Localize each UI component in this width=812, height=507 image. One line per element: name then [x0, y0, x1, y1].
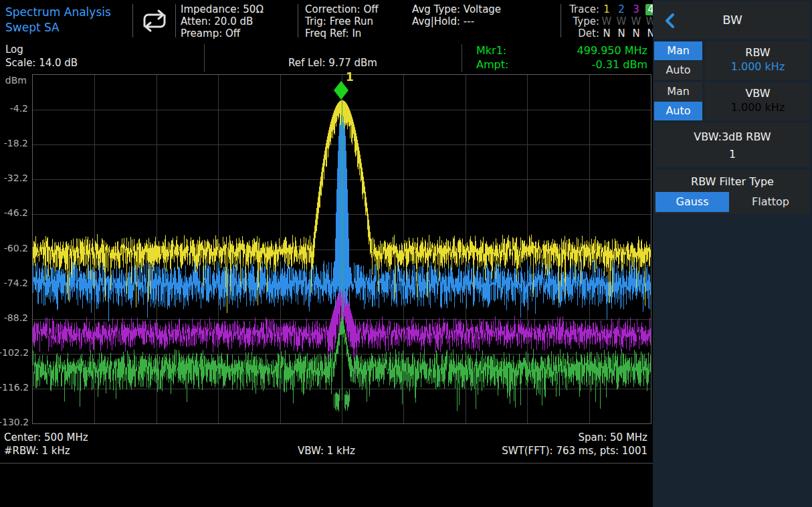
- trace3-number[interactable]: 3: [629, 3, 643, 15]
- vbw-auto-button[interactable]: Auto: [654, 102, 702, 120]
- scale-readout: Scale: 14.0 dB: [5, 57, 78, 69]
- y-axis-tick-label: -18.2: [0, 138, 28, 148]
- panel-header[interactable]: BW: [654, 1, 811, 39]
- center-freq-readout: Center: 500 MHz: [4, 431, 88, 443]
- marker1-ampt-value: -0.31 dBm: [592, 58, 647, 71]
- trace-status-table[interactable]: Trace: 1 2 3 4 Type: W W W W Det: N N: [565, 3, 658, 39]
- impedance-readout: Impedance: 50Ω: [181, 3, 264, 15]
- trace1-type: W: [599, 15, 614, 27]
- app-title: Spectrum Analysis Swept SA: [5, 5, 111, 35]
- trig-readout: Trig: Free Run: [305, 15, 379, 27]
- scale-row: Log Scale: 14.0 dB Ref Lel: 9.77 dBm Mkr…: [0, 41, 653, 74]
- annotation-row-2: #RBW: 1 kHz VBW: 1 kHz SWT(FFT): 763 ms,…: [0, 445, 653, 458]
- y-axis-tick-label: -4.2: [0, 103, 28, 114]
- rbw-value: 1.000 kHz: [705, 60, 811, 73]
- trigger-settings-group: Correction: Off Trig: Free Run Freq Ref:…: [305, 3, 379, 39]
- y-axis-tick-label: -102.2: [0, 347, 28, 358]
- ratio-value: 1: [654, 148, 811, 161]
- trace-row-label: Trace:: [565, 3, 599, 15]
- bottom-toolbar: ⚙ ? M: [0, 464, 653, 507]
- vbw-value: 1.000 kHz: [705, 101, 811, 114]
- rbw-value-cell[interactable]: RBW 1.000 kHz: [705, 41, 811, 80]
- toolbar-divider-line: [0, 463, 653, 464]
- header-divider: [132, 4, 133, 37]
- swt-readout: SWT(FFT): 763 ms, pts: 1001: [502, 445, 647, 457]
- y-axis-tick-label: -74.2: [0, 278, 28, 288]
- average-settings-group: Avg Type: Voltage Avg|Hold: ---: [412, 3, 501, 27]
- filter-type-label: RBW Filter Type: [654, 175, 811, 188]
- marker1-diamond-icon[interactable]: [334, 81, 348, 100]
- header-divider: [175, 4, 176, 37]
- avg-type-readout: Avg Type: Voltage: [412, 3, 501, 15]
- y-axis-labels: -4.2-18.2-32.2-46.2-60.2-74.2-88.2-102.2…: [0, 74, 29, 423]
- bw-menu-panel: BW Man Auto RBW 1.000 kHz Man Auto VBW 1…: [653, 0, 812, 507]
- filter-flattop-button[interactable]: Flattop: [732, 192, 809, 212]
- trace3-type: W: [629, 15, 643, 27]
- preamp-readout: Preamp: Off: [181, 27, 264, 39]
- type-row-label: Type:: [565, 15, 599, 27]
- vbw-rbw-ratio-cell[interactable]: VBW:3dB RBW 1: [654, 123, 811, 167]
- marker1-label: Mkr1:: [476, 44, 506, 57]
- y-axis-tick-label: -116.2: [0, 382, 28, 393]
- app-title-line2: Swept SA: [5, 20, 111, 35]
- y-axis-tick-label: -46.2: [0, 207, 28, 218]
- main-display-area: Spectrum Analysis Swept SA Impedance: 50…: [0, 0, 653, 507]
- marker1-ampt-label: Ampt:: [476, 58, 508, 71]
- trace1-number[interactable]: 1: [599, 3, 614, 15]
- correction-readout: Correction: Off: [305, 3, 379, 15]
- y-axis-tick-label: -130.2: [0, 417, 28, 427]
- vbw-man-button[interactable]: Man: [654, 82, 702, 101]
- freq-ref-readout: Freq Ref: In: [305, 27, 379, 39]
- annotation-row-1: Center: 500 MHz Span: 50 MHz: [0, 431, 653, 445]
- trace-type-row: Type: W W W W: [565, 15, 658, 27]
- scale-row-divider: [462, 44, 462, 72]
- vbw-value-cell[interactable]: VBW 1.000 kHz: [705, 82, 811, 120]
- trace2-type: W: [614, 15, 629, 27]
- input-settings-group: Impedance: 50Ω Atten: 20.0 dB Preamp: Of…: [181, 3, 264, 39]
- log-scale-label: Log: [5, 43, 23, 56]
- filter-gauss-button[interactable]: Gauss: [655, 192, 729, 212]
- avg-hold-readout: Avg|Hold: ---: [412, 15, 501, 27]
- spectrum-analyzer-screen: Spectrum Analysis Swept SA Impedance: 50…: [0, 0, 812, 507]
- ref-level-readout: Ref Lel: 9.77 dBm: [204, 57, 462, 69]
- vbw-label: VBW: [705, 87, 811, 100]
- app-title-line1: Spectrum Analysis: [5, 5, 111, 20]
- rbw-man-button[interactable]: Man: [654, 41, 702, 60]
- ratio-label: VBW:3dB RBW: [654, 130, 811, 143]
- rbw-label: RBW: [705, 46, 811, 59]
- rbw-auto-button[interactable]: Auto: [654, 61, 702, 80]
- trace3-det: N: [629, 27, 643, 39]
- header-divider: [298, 4, 298, 37]
- span-readout: Span: 50 MHz: [578, 431, 647, 443]
- rbw-filter-type-cell: RBW Filter Type Gauss Flattop: [654, 170, 811, 214]
- header-bar: Spectrum Analysis Swept SA Impedance: 50…: [0, 0, 653, 41]
- det-row-label: Det:: [565, 27, 599, 39]
- spectrum-plot: [32, 74, 651, 424]
- atten-readout: Atten: 20.0 dB: [181, 15, 264, 27]
- marker1-freq: 499.950 MHz: [577, 44, 647, 57]
- trace2-number[interactable]: 2: [614, 3, 629, 15]
- trace-number-row: Trace: 1 2 3 4: [565, 3, 658, 15]
- marker1-number-label: 1: [346, 70, 354, 84]
- continuous-sweep-icon[interactable]: [136, 7, 173, 34]
- trace1-det: N: [599, 27, 614, 39]
- panel-title: BW: [654, 13, 811, 27]
- trace2-det: N: [614, 27, 629, 39]
- y-axis-tick-label: -88.2: [0, 312, 28, 323]
- y-axis-tick-label: -60.2: [0, 243, 28, 254]
- trace-detector-row: Det: N N N N: [565, 27, 658, 39]
- header-divider: [561, 4, 561, 37]
- y-axis-tick-label: -32.2: [0, 173, 28, 183]
